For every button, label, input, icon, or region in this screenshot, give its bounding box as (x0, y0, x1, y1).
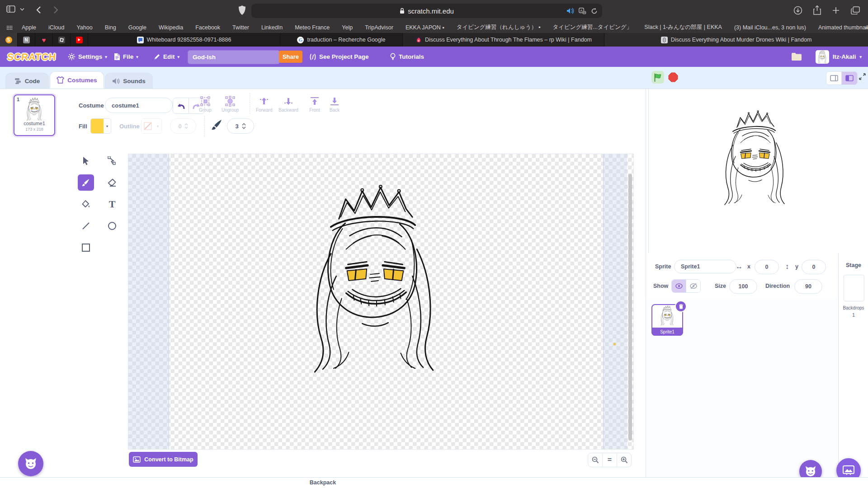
convert-to-bitmap-button[interactable]: Convert to Bitmap (129, 452, 198, 467)
edit-menu[interactable]: Edit ▾ (154, 47, 179, 67)
front-button[interactable]: Front (309, 96, 320, 113)
see-project-page-button[interactable]: See Project Page (309, 47, 369, 67)
fill-tool[interactable] (78, 196, 94, 212)
line-tool[interactable] (78, 218, 94, 234)
outline-color-picker[interactable]: ▾ (141, 118, 162, 134)
fill-color-picker[interactable]: ▾ (90, 118, 111, 134)
pinned-tab-youtube[interactable] (71, 33, 88, 47)
forward-icon[interactable] (53, 6, 58, 14)
tab-fandom-flames[interactable]: Discuss Everything About Through The Fla… (403, 33, 604, 47)
bookmark-item[interactable]: Meteo France (295, 24, 330, 31)
pinned-tab-heart[interactable]: ♥ (35, 33, 53, 47)
undo-button[interactable] (173, 98, 189, 113)
bookmark-folder[interactable]: EKKA JAPON ▪ (406, 24, 444, 31)
add-costume-button[interactable] (18, 451, 43, 476)
settings-menu[interactable]: Settings ▾ (68, 47, 107, 67)
costume-name-input[interactable] (105, 98, 173, 113)
pinned-tab-scratch[interactable]: S (0, 33, 18, 47)
hide-sprite-button[interactable] (686, 280, 700, 292)
bookmarks-grid-icon[interactable] (6, 25, 13, 30)
y-input[interactable] (802, 260, 826, 274)
bookmark-item[interactable]: LinkedIn (261, 24, 283, 31)
group-button[interactable]: Group (199, 96, 212, 113)
circle-tool[interactable] (104, 218, 120, 234)
canvas-scrollbar[interactable] (628, 174, 632, 441)
project-name-input[interactable] (188, 50, 280, 64)
stop-button[interactable] (667, 71, 679, 84)
show-sprite-button[interactable] (672, 280, 686, 292)
bookmark-item[interactable]: Facebook (195, 24, 220, 31)
account-menu[interactable]: Itz-Akali ▾ (816, 47, 862, 67)
sprite-item-selected[interactable]: Sprite1 (651, 304, 683, 336)
bookmark-item[interactable]: Wikipedia (159, 24, 183, 31)
green-flag-button[interactable] (651, 71, 664, 84)
bookmark-folder[interactable]: タイピング練習（れんしゅう） ▪ (457, 23, 541, 31)
eraser-tool[interactable] (104, 174, 120, 191)
backpack-bar[interactable]: Backpack (0, 477, 646, 488)
project-folder-button[interactable] (791, 47, 802, 67)
pinned-tab-roblox[interactable] (53, 33, 71, 47)
bookmark-item[interactable]: Twitter (232, 24, 249, 31)
zoom-reset-button[interactable]: = (603, 453, 617, 467)
bookmark-item[interactable]: TripAdvisor (365, 24, 393, 31)
costume-item[interactable]: 1 costume1 173 x 218 (14, 94, 55, 136)
bookmark-item[interactable]: Animated thumbnail set (818, 24, 868, 31)
tab-fandom-murder-drones[interactable]: Discuss Everything About Murder Drones W… (604, 33, 868, 47)
back-icon[interactable] (36, 6, 41, 14)
reshape-tool[interactable] (104, 153, 120, 169)
file-menu[interactable]: File ▾ (114, 47, 138, 67)
delete-sprite-button[interactable] (675, 300, 687, 312)
stage[interactable] (648, 89, 868, 253)
tab-sounds[interactable]: Sounds (105, 73, 153, 89)
bookmark-item[interactable]: タイピング練習...タイピング」 (552, 23, 632, 31)
tab-costumes[interactable]: Costumes (50, 71, 104, 89)
rectangle-tool[interactable] (78, 239, 94, 256)
direction-input[interactable] (794, 279, 822, 294)
zoom-out-button[interactable] (588, 453, 603, 467)
chevron-down-icon[interactable] (20, 8, 24, 11)
tab-whiteboard[interactable]: Whiteboard 92852558-0971-8886 (88, 33, 280, 47)
bookmarks-overflow-chevron[interactable]: » (865, 24, 868, 31)
pinned-tab-notion[interactable]: N (18, 33, 35, 47)
tab-overview-icon[interactable] (851, 6, 860, 14)
share-button[interactable]: Share (279, 51, 302, 63)
sidebar-icon[interactable] (6, 5, 15, 13)
bookmark-item[interactable]: Bing (105, 24, 116, 31)
address-bar[interactable]: scratch.mit.edu A文 (251, 4, 602, 18)
stage-sprite-render[interactable] (717, 109, 794, 208)
privacy-shield-icon[interactable] (238, 5, 246, 15)
small-stage-button[interactable] (826, 71, 842, 85)
bookmark-item[interactable]: iCloud (48, 24, 64, 31)
bookmark-item[interactable]: Yelp (342, 24, 353, 31)
ungroup-button[interactable]: Ungroup (222, 96, 239, 113)
text-tool[interactable]: T (104, 196, 120, 212)
brush-size-stepper[interactable]: 3 (227, 118, 254, 134)
bookmark-item[interactable]: (3) Mail iClou...es, 3 non lus) (734, 24, 806, 31)
bookmark-item[interactable]: Google (128, 24, 146, 31)
tab-code[interactable]: Code (5, 73, 49, 89)
x-input[interactable] (755, 260, 779, 274)
fullscreen-button[interactable] (859, 73, 866, 80)
new-tab-icon[interactable] (832, 6, 840, 14)
paint-canvas[interactable] (128, 154, 634, 450)
large-stage-button[interactable] (841, 71, 858, 85)
translate-icon[interactable]: A文 (579, 8, 586, 14)
tutorials-button[interactable]: Tutorials (390, 47, 424, 67)
backdrop-thumbnail[interactable] (844, 275, 864, 301)
back-button[interactable]: Back (329, 96, 340, 113)
sprite-name-input[interactable] (674, 260, 736, 273)
size-input[interactable] (729, 279, 757, 294)
backward-button[interactable]: Backward (278, 96, 298, 113)
scratch-logo[interactable]: SCRATCH (6, 47, 57, 67)
stage-selector-panel[interactable]: Stage Backdrops 1 (838, 253, 868, 477)
reload-icon[interactable] (591, 8, 598, 14)
brush-tool[interactable] (78, 174, 94, 191)
audio-playing-icon[interactable] (566, 8, 574, 14)
zoom-in-button[interactable] (617, 453, 631, 467)
bookmark-item[interactable]: Yahoo (76, 24, 92, 31)
select-tool[interactable] (78, 153, 94, 169)
forward-button[interactable]: Forward (256, 96, 273, 113)
bookmark-item[interactable]: Slack | 1-みんなの部屋 | EKKA (644, 23, 722, 31)
tab-google-search[interactable]: G traduction – Recherche Google (280, 33, 403, 47)
downloads-icon[interactable] (793, 6, 802, 15)
